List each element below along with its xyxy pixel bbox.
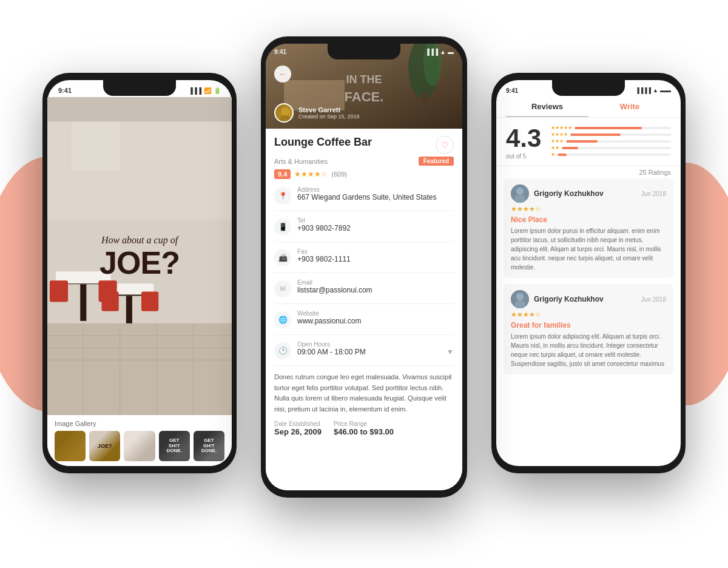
center-wifi: ▲	[440, 49, 446, 55]
bar-stars-5: ★★★★★	[551, 125, 572, 130]
bar-fill-1	[558, 154, 567, 156]
author-info: Steve Garrett Created on Sep 15, 2019	[298, 106, 360, 120]
heart-button[interactable]: ♡	[436, 136, 454, 154]
left-phone-screen: 9:41 ▐▐▐ 📶 🔋	[47, 80, 232, 466]
gallery-thumbnails: JOE? GETSH!TDONE. GETSH!TDONE.	[55, 431, 224, 461]
right-rating-section: 4.3 out of 5 ★★★★★ ★★★★	[496, 118, 681, 166]
email-icon: ✉	[274, 280, 291, 297]
tel-label: Tel	[297, 217, 351, 224]
center-status-icons: ▐▐▐ ▲ ▬	[425, 49, 454, 55]
contact-website: 🌐 Website www.passionui.com	[274, 310, 454, 335]
joe-text-overlay: How about a cup of JOE?	[79, 234, 200, 279]
center-body[interactable]: Lounge Coffee Bar ♡ Arts & Humanities Fe…	[266, 129, 462, 490]
contact-address: 📍 Address 667 Wiegand Gardens Suite, Uni…	[274, 186, 454, 211]
svg-point-36	[516, 293, 524, 300]
phones-container: 9:41 ▐▐▐ 📶 🔋	[0, 0, 728, 568]
left-phone-content: 9:41 ▐▐▐ 📶 🔋	[47, 80, 232, 466]
center-phone-content: IN THE FACE. 9:41 ▐▐▐ ▲ ▬	[266, 44, 462, 490]
rating-score: 9.4	[274, 169, 291, 179]
gallery-thumb-1[interactable]	[55, 431, 86, 461]
email-label: Email	[297, 279, 372, 286]
rating-bar-4: ★★★★	[551, 132, 671, 137]
right-battery: ▬▬	[660, 87, 671, 93]
hours-value: 09:00 AM - 18:00 PM	[297, 348, 366, 356]
bar-stars-1: ★	[551, 152, 555, 157]
review-header-1: Grigoriy Kozhukhov Jun 2018	[511, 184, 666, 203]
listing-title-row: Lounge Coffee Bar ♡	[274, 136, 454, 154]
contact-fax: 📠 Fax +903 9802-1111	[274, 248, 454, 273]
hours-expand-row: 09:00 AM - 18:00 PM ▼	[297, 348, 454, 356]
svg-rect-10	[50, 280, 68, 302]
contact-tel: 📱 Tel +903 9802-7892	[274, 217, 454, 242]
gallery-thumb-5[interactable]: GETSH!TDONE.	[194, 431, 224, 461]
review-date-1: Jun 2018	[641, 191, 666, 197]
tab-write[interactable]: Write	[588, 102, 671, 117]
review-title-2: Great for families	[511, 321, 666, 330]
globe-icon: 🌐	[274, 311, 291, 328]
expand-icon[interactable]: ▼	[447, 348, 454, 356]
reviews-list[interactable]: Grigoriy Kozhukhov Jun 2018 ★★★★☆ Nice P…	[496, 178, 681, 466]
back-button[interactable]: ←	[274, 66, 291, 83]
right-status-icons: ▐▐▐▐ ▲ ▬▬	[636, 87, 671, 93]
website-details: Website www.passionui.com	[297, 310, 361, 325]
author-avatar	[274, 103, 294, 123]
tel-value: +903 9802-7892	[297, 224, 351, 232]
review-card-1: Grigoriy Kozhukhov Jun 2018 ★★★★☆ Nice P…	[504, 178, 673, 278]
image-gallery-label: Image Gallery	[55, 420, 224, 427]
right-phone-screen: 9:41 ▐▐▐▐ ▲ ▬▬ Reviews Write 4.3	[496, 80, 681, 466]
contact-email: ✉ Email liststar@passionui.com	[274, 279, 454, 304]
reviewer-name-1: Grigoriy Kozhukhov	[534, 189, 604, 198]
svg-rect-14	[47, 323, 232, 415]
rating-bar-3: ★★★	[551, 138, 671, 144]
review-date-2: Jun 2018	[641, 296, 666, 303]
bar-fill-4	[570, 134, 621, 136]
email-details: Email liststar@passionui.com	[297, 279, 372, 294]
total-ratings: 25 Ratings	[496, 166, 681, 178]
clock-icon: 🕐	[274, 342, 291, 359]
meta-date-label: Date Established	[274, 421, 322, 427]
center-notch	[328, 44, 400, 59]
review-card-2: Grigoriy Kozhukhov Jun 2018 ★★★★☆ Great …	[504, 284, 673, 374]
svg-rect-26	[422, 92, 427, 117]
fax-value: +903 9802-1111	[297, 255, 351, 263]
svg-rect-12	[102, 291, 119, 311]
meta-price-value: $46.00 to $93.00	[334, 427, 394, 436]
big-rating: 4.3	[506, 124, 541, 153]
bar-track-3	[566, 140, 671, 143]
fax-icon: 📠	[274, 249, 291, 266]
tab-reviews[interactable]: Reviews	[506, 102, 588, 117]
left-time: 9:41	[58, 87, 72, 94]
author-name: Steve Garrett	[298, 106, 360, 113]
gallery-thumb-4[interactable]: GETSH!TDONE.	[159, 431, 190, 461]
bar-track-5	[575, 127, 671, 129]
bar-track-1	[558, 154, 671, 156]
svg-rect-7	[126, 296, 132, 326]
left-status-icons: ▐▐▐ 📶 🔋	[189, 87, 221, 94]
gallery-thumb-2[interactable]: JOE?	[89, 431, 120, 461]
fax-label: Fax	[297, 248, 351, 255]
image-gallery-section: Image Gallery JOE? GETSH!TDONE. GETSH!TD…	[47, 415, 232, 466]
rating-bar-5: ★★★★★	[551, 125, 671, 130]
svg-text:IN THE: IN THE	[346, 73, 382, 86]
right-phone-content: 9:41 ▐▐▐▐ ▲ ▬▬ Reviews Write 4.3	[496, 80, 681, 466]
svg-text:FACE.: FACE.	[345, 89, 384, 104]
reviewer-left-1: Grigoriy Kozhukhov	[511, 184, 604, 203]
email-value: liststar@passionui.com	[297, 286, 372, 294]
address-details: Address 667 Wiegand Gardens Suite, Unite…	[297, 186, 436, 201]
right-wifi: ▲	[653, 87, 658, 93]
bar-fill-5	[575, 127, 642, 129]
listing-description: Donec rutrum congue leo eget malesuada. …	[274, 372, 454, 414]
address-value: 667 Wiegand Gardens Suite, United States	[297, 193, 436, 201]
left-main-image: How about a cup of JOE?	[47, 97, 232, 415]
signal-icon: ▐▐▐	[189, 87, 201, 94]
rating-suffix: out of 5	[506, 153, 541, 160]
gallery-thumb-3[interactable]	[124, 431, 155, 461]
reviewer-left-2: Grigoriy Kozhukhov	[511, 290, 604, 308]
big-rating-block: 4.3 out of 5	[506, 124, 541, 160]
phone-left: 9:41 ▐▐▐ 📶 🔋	[42, 73, 237, 473]
meta-date-value: Sep 26, 2009	[274, 427, 322, 436]
wifi-icon: 📶	[204, 87, 211, 94]
center-battery: ▬	[448, 49, 454, 55]
review-title-1: Nice Place	[511, 215, 666, 224]
phone-icon: 📱	[274, 218, 291, 235]
